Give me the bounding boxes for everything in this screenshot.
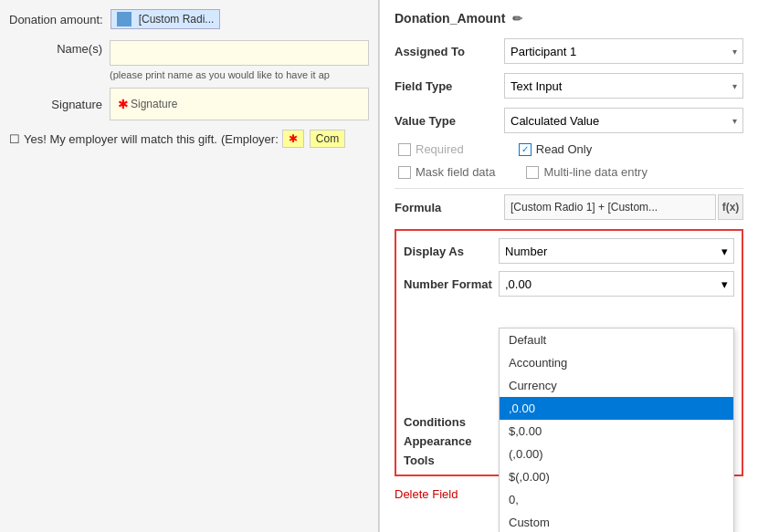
employer-prefix: (Employer: bbox=[221, 132, 279, 146]
dropdown-option-custom[interactable]: Custom bbox=[500, 511, 733, 532]
dropdown-option---0-00-[interactable]: (,0.00) bbox=[500, 443, 733, 465]
divider-1 bbox=[395, 188, 743, 189]
donation-custom-field[interactable]: [Custom Radi... bbox=[111, 9, 221, 29]
number-format-row: Number Format ,0.00 ▾ DefaultAccountingC… bbox=[404, 271, 734, 297]
assigned-to-chevron: ▾ bbox=[732, 47, 737, 57]
number-format-chevron: ▾ bbox=[721, 277, 728, 291]
dropdown-option-0-[interactable]: 0, bbox=[500, 488, 733, 511]
field-type-label: Field Type bbox=[395, 79, 504, 93]
multiline-label: Multi-line data entry bbox=[543, 165, 647, 179]
value-type-label: Value Type bbox=[395, 114, 504, 128]
dropdown-option-accounting[interactable]: Accounting bbox=[500, 351, 733, 374]
signature-field[interactable]: ✱ Signature bbox=[110, 88, 369, 120]
required-star: ✱ bbox=[118, 97, 129, 111]
names-row: Name(s) (please print name as you would … bbox=[9, 40, 369, 80]
field-type-value: Text Input bbox=[511, 79, 562, 93]
conditions-label: Conditions bbox=[404, 415, 499, 429]
display-as-label: Display As bbox=[404, 245, 499, 258]
dropdown-option-currency[interactable]: Currency bbox=[500, 374, 733, 397]
display-as-select[interactable]: Number ▾ bbox=[499, 238, 734, 264]
required-readonly-row: Required Read Only bbox=[395, 142, 743, 156]
panel-title-row: Donation_Amount ✏ bbox=[395, 11, 743, 26]
mask-cb-box bbox=[398, 166, 411, 179]
appearance-label: Appearance bbox=[404, 434, 499, 448]
assigned-to-label: Assigned To bbox=[395, 45, 504, 58]
multiline-checkbox[interactable]: Multi-line data entry bbox=[526, 165, 647, 179]
names-field-group: (please print name as you would like to … bbox=[110, 40, 369, 80]
number-format-value: ,0.00 bbox=[505, 277, 532, 291]
dropdown-option----0-00-[interactable]: $(,0.00) bbox=[500, 465, 733, 488]
employer-row: ☐ Yes! My employer will match this gift.… bbox=[9, 130, 369, 148]
signature-label: Signature bbox=[9, 98, 110, 111]
display-as-value: Number bbox=[505, 245, 547, 258]
panel-title-text: Donation_Amount bbox=[395, 11, 505, 26]
assigned-to-row: Assigned To Participant 1 ▾ bbox=[395, 38, 743, 64]
readonly-checkbox[interactable]: Read Only bbox=[519, 142, 592, 156]
tools-label: Tools bbox=[404, 454, 499, 467]
value-type-chevron: ▾ bbox=[732, 116, 737, 126]
employer-req-star: ✱ bbox=[282, 130, 304, 148]
assigned-to-value: Participant 1 bbox=[511, 45, 576, 58]
field-type-select[interactable]: Text Input ▾ bbox=[504, 73, 743, 99]
checkbox-icon: ☐ bbox=[9, 132, 20, 146]
formula-value: [Custom Radio 1] + [Custom... bbox=[504, 194, 716, 220]
number-format-label: Number Format bbox=[404, 277, 499, 291]
form-area: Donation amount: [Custom Radi... Name(s)… bbox=[0, 0, 379, 532]
mask-multiline-row: Mask field data Multi-line data entry bbox=[395, 165, 743, 179]
donation-custom-value: [Custom Radi... bbox=[139, 13, 215, 26]
value-type-row: Value Type Calculated Value ▾ bbox=[395, 108, 743, 133]
dropdown-option-default[interactable]: Default bbox=[500, 329, 733, 351]
value-type-select[interactable]: Calculated Value ▾ bbox=[504, 108, 743, 133]
mask-label: Mask field data bbox=[416, 165, 495, 179]
assigned-to-select[interactable]: Participant 1 ▾ bbox=[504, 38, 743, 64]
formula-editor-button[interactable]: f(x) bbox=[718, 194, 743, 220]
employer-text: ☐ Yes! My employer will match this gift.… bbox=[9, 130, 345, 148]
donation-row: Donation amount: [Custom Radi... bbox=[9, 9, 369, 29]
required-checkbox[interactable]: Required bbox=[398, 142, 464, 156]
dropdown-option---0-00[interactable]: $,0.00 bbox=[500, 420, 733, 443]
readonly-cb-box bbox=[519, 143, 532, 156]
employer-input[interactable]: Com bbox=[310, 130, 345, 148]
number-format-dropdown: DefaultAccountingCurrency,0.00$,0.00(,0.… bbox=[499, 328, 734, 532]
names-subtext: (please print name as you would like to … bbox=[110, 69, 369, 80]
formula-label: Formula bbox=[395, 201, 504, 214]
readonly-label: Read Only bbox=[536, 142, 592, 156]
value-type-value: Calculated Value bbox=[511, 114, 599, 128]
display-as-chevron: ▾ bbox=[721, 245, 728, 258]
required-label: Required bbox=[416, 142, 464, 156]
red-section: Display As Number ▾ Number Format ,0.00 … bbox=[395, 229, 743, 476]
edit-icon[interactable]: ✏ bbox=[512, 12, 522, 26]
signature-placeholder: Signature bbox=[131, 98, 177, 110]
dropdown-option--0-00[interactable]: ,0.00 bbox=[500, 397, 733, 420]
names-input[interactable] bbox=[110, 40, 369, 66]
delete-field-link[interactable]: Delete Field bbox=[395, 487, 458, 501]
right-panel: Donation_Amount ✏ Assigned To Participan… bbox=[379, 0, 758, 532]
mask-checkbox[interactable]: Mask field data bbox=[398, 165, 495, 179]
names-label: Name(s) bbox=[9, 40, 110, 56]
signature-row: Signature ✱ Signature bbox=[9, 88, 369, 120]
number-format-select[interactable]: ,0.00 ▾ bbox=[499, 271, 734, 297]
field-type-chevron: ▾ bbox=[732, 81, 737, 91]
formula-text: [Custom Radio 1] + [Custom... bbox=[511, 201, 658, 214]
custom-radio-icon bbox=[117, 12, 132, 26]
multiline-cb-box bbox=[526, 166, 539, 179]
field-type-row: Field Type Text Input ▾ bbox=[395, 73, 743, 99]
formula-row: Formula [Custom Radio 1] + [Custom... f(… bbox=[395, 194, 743, 220]
display-as-row: Display As Number ▾ bbox=[404, 238, 734, 264]
donation-label: Donation amount: bbox=[9, 13, 111, 26]
required-cb-box bbox=[398, 143, 411, 156]
